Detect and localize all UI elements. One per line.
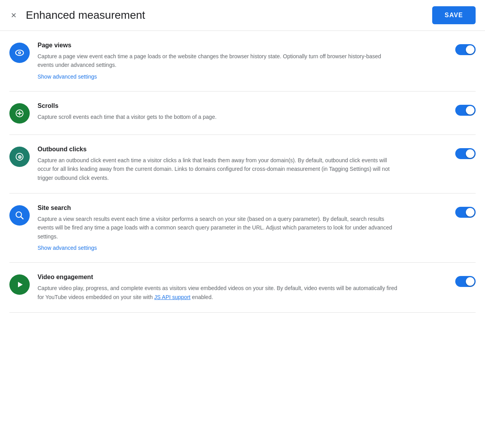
site-search-body: Site search Capture a view search result… — [38, 204, 447, 251]
video-engagement-desc: Capture video play, progress, and comple… — [38, 284, 397, 301]
header: × Enhanced measurement SAVE — [0, 0, 485, 31]
setting-row-outbound-clicks: ⊕ Outbound clicks Capture an outbound cl… — [9, 135, 476, 194]
video-engagement-icon — [9, 274, 30, 295]
outbound-clicks-desc: Capture an outbound click event each tim… — [38, 156, 397, 182]
svg-text:⊕: ⊕ — [18, 154, 22, 160]
scrolls-title: Scrolls — [38, 102, 447, 109]
save-button[interactable]: SAVE — [432, 6, 476, 24]
scrolls-toggle[interactable] — [455, 105, 476, 116]
scrolls-toggle-wrap — [455, 105, 476, 116]
video-engagement-body: Video engagement Capture video play, pro… — [38, 274, 447, 301]
outbound-clicks-title: Outbound clicks — [38, 146, 447, 153]
page-views-show-advanced[interactable]: Show advanced settings — [38, 73, 97, 80]
page-views-icon — [9, 43, 30, 63]
site-search-icon — [9, 205, 30, 226]
page-title: Enhanced measurement — [26, 9, 145, 22]
header-left: × Enhanced measurement — [9, 9, 145, 22]
video-desc-part1: Capture video play, progress, and comple… — [38, 285, 397, 300]
video-desc-part3: enabled. — [190, 294, 213, 300]
outbound-clicks-toggle-wrap — [455, 148, 476, 159]
site-search-title: Site search — [38, 204, 447, 211]
scrolls-body: Scrolls Capture scroll events each time … — [38, 102, 447, 121]
outbound-clicks-toggle[interactable] — [455, 148, 476, 159]
scrolls-desc: Capture scroll events each time that a v… — [38, 113, 397, 121]
settings-content: Page views Capture a page view event eac… — [0, 31, 485, 313]
scrolls-icon — [9, 103, 30, 124]
setting-row-page-views: Page views Capture a page view event eac… — [9, 31, 476, 91]
page-views-toggle[interactable] — [455, 44, 476, 55]
video-engagement-title: Video engagement — [38, 274, 447, 281]
site-search-toggle-wrap — [455, 207, 476, 218]
page-views-body: Page views Capture a page view event eac… — [38, 42, 447, 80]
page-views-title: Page views — [38, 42, 447, 49]
svg-point-2 — [19, 52, 20, 54]
video-engagement-toggle[interactable] — [455, 276, 476, 287]
setting-row-scrolls: Scrolls Capture scroll events each time … — [9, 91, 476, 135]
svg-line-10 — [21, 217, 23, 219]
page-views-desc: Capture a page view event each time a pa… — [38, 52, 397, 70]
site-search-desc: Capture a view search results event each… — [38, 215, 397, 241]
site-search-toggle[interactable] — [455, 207, 476, 218]
outbound-clicks-icon: ⊕ — [9, 147, 30, 167]
site-search-show-advanced[interactable]: Show advanced settings — [38, 245, 97, 251]
page-views-toggle-wrap — [455, 44, 476, 55]
close-button[interactable]: × — [9, 9, 18, 22]
setting-row-site-search: Site search Capture a view search result… — [9, 194, 476, 263]
svg-marker-11 — [18, 282, 23, 287]
setting-row-video-engagement: Video engagement Capture video play, pro… — [9, 263, 476, 313]
outbound-clicks-body: Outbound clicks Capture an outbound clic… — [38, 146, 447, 182]
js-api-support-link[interactable]: JS API support — [154, 294, 190, 300]
video-engagement-toggle-wrap — [455, 276, 476, 287]
